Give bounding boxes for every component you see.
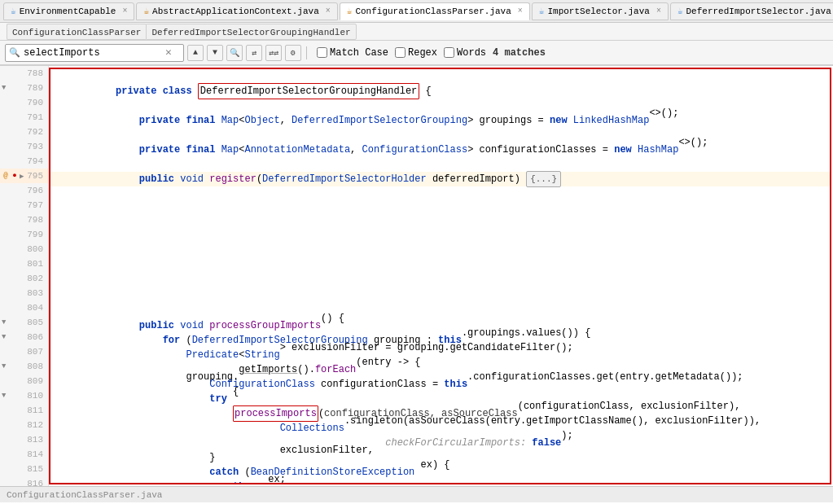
fold-icon-806[interactable]: ▼ bbox=[2, 333, 6, 341]
search-icon: 🔍 bbox=[9, 47, 20, 58]
regex-option[interactable]: Regex bbox=[395, 47, 437, 59]
code-line-798 bbox=[50, 216, 830, 230]
search-input[interactable] bbox=[24, 47, 162, 59]
gutter-799: 799 bbox=[0, 227, 48, 242]
search-settings-button[interactable]: ⚙ bbox=[285, 45, 301, 61]
method-foreach: forEach bbox=[315, 362, 356, 377]
method-processgroupimports: processGroupImports bbox=[209, 318, 321, 333]
code-line-797 bbox=[50, 201, 830, 216]
annotation-icon-795: @ bbox=[2, 172, 10, 180]
search-options: Match Case Regex Words bbox=[317, 47, 486, 59]
method-register: register bbox=[209, 172, 256, 186]
gutter-801: 801 bbox=[0, 256, 48, 271]
tab-icon-env: ☕ bbox=[11, 6, 16, 16]
collapsed-register[interactable]: {...} bbox=[526, 171, 561, 187]
fold-icon-808[interactable]: ▼ bbox=[2, 362, 6, 370]
fold-icon-810[interactable]: ▼ bbox=[2, 392, 6, 400]
classname-deferredimport: DeferredImportSelectorGroupingHandler bbox=[200, 85, 417, 97]
fold-icon-795[interactable]: ▶ bbox=[20, 172, 24, 181]
type-void-805: void bbox=[180, 318, 204, 333]
words-checkbox[interactable] bbox=[444, 47, 454, 58]
gutter-797: 797 bbox=[0, 198, 48, 213]
code-line-792 bbox=[50, 128, 830, 142]
tab-environmentcapable[interactable]: ☕ EnvironmentCapable × bbox=[3, 2, 134, 20]
gutter-795: @ ● ▶ 795 bbox=[0, 169, 48, 183]
gutter-809: 809 bbox=[0, 374, 48, 388]
code-content: private class DeferredImportSelectorGrou… bbox=[49, 68, 831, 484]
fold-icon-789[interactable]: ▼ bbox=[2, 84, 6, 92]
type-hashmap: HashMap bbox=[638, 142, 678, 157]
tab-close-ccp[interactable]: × bbox=[518, 7, 523, 15]
kw-private-791: private bbox=[139, 113, 180, 128]
search-clear-button[interactable]: ✕ bbox=[165, 47, 172, 58]
code-line-795: public void register(DeferredImportSelec… bbox=[50, 172, 830, 186]
gutter-814: 814 bbox=[0, 447, 48, 462]
gutter-812: 812 bbox=[0, 418, 48, 432]
gutter-792: 792 bbox=[0, 125, 48, 139]
field-groupings: groupings bbox=[480, 113, 533, 128]
gutter-793: 793 bbox=[0, 139, 48, 154]
tab-label-dis: DeferredImportSelector.java bbox=[686, 7, 831, 16]
kw-private: private bbox=[116, 84, 156, 99]
code-line-799 bbox=[50, 230, 830, 245]
code-line-794 bbox=[50, 157, 830, 172]
open-brace-789: { bbox=[426, 84, 432, 99]
code-line-800 bbox=[50, 245, 830, 260]
words-label: Words bbox=[457, 47, 486, 59]
search-prev-button[interactable]: ▲ bbox=[187, 45, 204, 61]
search-separator bbox=[306, 46, 307, 59]
breadcrumb-configclassparser[interactable]: ConfigurationClassParser bbox=[7, 24, 146, 40]
code-line-788 bbox=[50, 69, 830, 84]
tab-close-aac[interactable]: × bbox=[326, 7, 331, 15]
match-case-checkbox[interactable] bbox=[317, 47, 327, 58]
code-line-804 bbox=[50, 304, 830, 318]
gutter-808: ▼ 808 bbox=[0, 359, 48, 374]
code-line-790 bbox=[50, 99, 830, 113]
tab-icon-aac: ☕ bbox=[143, 6, 149, 16]
words-option[interactable]: Words bbox=[444, 47, 486, 59]
kw-final-793: final bbox=[186, 142, 215, 157]
gutter-804: 804 bbox=[0, 300, 48, 315]
search-replace-all-button[interactable]: ⇄⇄ bbox=[265, 45, 282, 61]
kw-new-793: new bbox=[614, 142, 632, 157]
regex-label: Regex bbox=[408, 47, 437, 59]
code-line-802 bbox=[50, 274, 830, 289]
tab-importselector[interactable]: ☕ ImportSelector.java × bbox=[532, 2, 669, 20]
method-getimports: getImports bbox=[239, 362, 297, 377]
editor-area: 788 ▼ 789 790 791 792 793 794 @ ● ▶ 795 … bbox=[0, 65, 833, 486]
kw-private-793: private bbox=[139, 142, 180, 157]
search-next-button[interactable]: ▼ bbox=[207, 45, 223, 61]
gutter-794: 794 bbox=[0, 154, 48, 169]
tab-abstractapplicationcontext[interactable]: ☕ AbstractApplicationContext.java × bbox=[136, 2, 337, 20]
kw-new-791: new bbox=[550, 113, 568, 128]
tab-configurationclassparser[interactable]: ☕ ConfigurationClassParser.java × bbox=[340, 2, 530, 20]
gutter-816: 816 bbox=[0, 476, 48, 486]
tab-label-env: EnvironmentCapable bbox=[20, 7, 116, 16]
fold-icon-805[interactable]: ▼ bbox=[2, 318, 6, 327]
search-bar: 🔍 ✕ ▲ ▼ 🔍 ⇄ ⇄⇄ ⚙ Match Case Regex Words … bbox=[0, 41, 833, 65]
breadcrumb-bar: ConfigurationClassParser DeferredImportS… bbox=[0, 23, 833, 41]
class-outline-box: DeferredImportSelectorGroupingHandler bbox=[198, 83, 419, 99]
status-text: ConfigurationClassParser.java bbox=[7, 490, 162, 500]
tab-deferredimportselector[interactable]: ☕ DeferredImportSelector.java × bbox=[670, 2, 833, 20]
tab-close-env[interactable]: × bbox=[122, 7, 127, 15]
match-case-option[interactable]: Match Case bbox=[317, 47, 388, 59]
gutter-810: ▼ 810 bbox=[0, 388, 48, 403]
tab-icon-dis: ☕ bbox=[677, 6, 683, 16]
search-find-button[interactable]: 🔍 bbox=[226, 45, 243, 61]
tab-icon-is: ☕ bbox=[539, 6, 545, 16]
type-void-795: void bbox=[180, 172, 204, 186]
code-line-796 bbox=[50, 186, 830, 201]
tab-close-is[interactable]: × bbox=[656, 7, 661, 15]
search-replace-button[interactable]: ⇄ bbox=[246, 45, 262, 61]
gutter-789: ▼ 789 bbox=[0, 81, 48, 95]
breadcrumb-groupinghandler[interactable]: DeferredImportSelectorGroupingHandler bbox=[146, 24, 356, 40]
code-line-789: private class DeferredImportSelectorGrou… bbox=[50, 84, 830, 99]
type-map-791: Map bbox=[221, 113, 239, 128]
gutter-791: 791 bbox=[0, 110, 48, 125]
debug-icon-795: ● bbox=[11, 172, 19, 180]
code-line-803 bbox=[50, 289, 830, 304]
regex-checkbox[interactable] bbox=[395, 47, 406, 58]
code-line-793: private final Map<AnnotationMetadata, Co… bbox=[50, 142, 830, 157]
generics-791: <Object, DeferredImportSelectorGrouping> bbox=[239, 113, 473, 128]
